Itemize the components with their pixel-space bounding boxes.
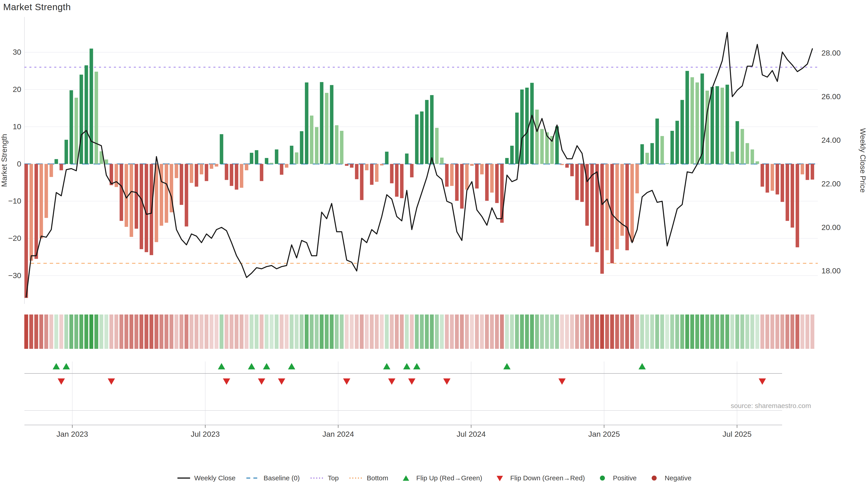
heatmap-cell	[725, 315, 729, 349]
heatmap-cell	[125, 315, 128, 349]
heatmap-cell	[761, 315, 764, 349]
strength-bar	[575, 164, 579, 200]
strength-bar	[565, 164, 569, 168]
legend-item-bottom[interactable]: Bottom	[349, 474, 388, 482]
heatmap-cell	[325, 315, 329, 349]
strength-bar	[785, 164, 789, 221]
heatmap-cell	[160, 315, 163, 349]
y-right-tick-label: 28.00	[822, 48, 841, 57]
heatmap-cell	[199, 315, 204, 349]
strength-bar	[720, 88, 724, 164]
heatmap-cell	[345, 315, 348, 349]
heatmap-cell	[695, 315, 699, 349]
heatmap-cell	[154, 315, 158, 349]
heatmap-cell	[240, 315, 243, 349]
legend-item-flip-up[interactable]: Flip Up (Red→Green)	[399, 474, 483, 482]
strength-bar	[50, 164, 53, 177]
strength-bar	[35, 164, 38, 259]
legend-item-baseline[interactable]: Baseline (0)	[246, 474, 300, 482]
strength-bar	[470, 164, 474, 166]
heatmap-cell	[440, 315, 444, 349]
heatmap-cell	[770, 315, 774, 349]
strength-bar	[180, 164, 183, 205]
heatmap-cell	[210, 315, 213, 349]
legend-item-positive[interactable]: Positive	[595, 474, 637, 482]
legend-label-negative: Negative	[664, 474, 691, 482]
y-left-tick-label: −30	[8, 271, 21, 280]
strength-bar	[115, 164, 118, 187]
legend-item-negative[interactable]: Negative	[647, 474, 691, 482]
heatmap-cell	[235, 315, 239, 349]
heatmap-cell	[190, 315, 193, 349]
heatmap-cell	[580, 315, 584, 349]
heatmap-cell	[715, 315, 719, 349]
strength-bar	[445, 164, 449, 187]
heatmap-cell	[530, 315, 534, 349]
market-strength-chart: 3020100−10−20−3028.0026.0024.0022.0020.0…	[0, 0, 868, 473]
heatmap-cell	[755, 315, 759, 349]
heatmap-cell	[89, 315, 93, 349]
legend-label-flip-up: Flip Up (Red→Green)	[416, 474, 483, 482]
strength-bar	[510, 146, 514, 164]
negative-glyph	[652, 476, 657, 481]
strength-bar	[370, 164, 374, 185]
heatmap-cell	[720, 315, 724, 349]
flip-down-marker	[258, 379, 265, 385]
heatmap-cell	[785, 315, 789, 349]
strength-bar	[440, 158, 444, 164]
strength-bar	[129, 164, 133, 237]
strength-bar	[435, 128, 439, 164]
strength-bar	[39, 164, 43, 238]
heatmap-cell	[140, 315, 143, 349]
heatmap-cell	[405, 315, 409, 349]
weekly-close-swatch-icon	[177, 474, 191, 482]
strength-bar	[410, 164, 414, 177]
strength-bar	[605, 164, 609, 250]
strength-bar	[64, 140, 68, 164]
heatmap-cell	[315, 315, 318, 349]
strength-bar	[525, 88, 529, 164]
heatmap-cell	[775, 315, 779, 349]
strength-bar	[305, 83, 309, 164]
strength-bar	[385, 152, 389, 164]
flip-up-swatch-icon	[399, 474, 413, 482]
strength-bar	[425, 100, 429, 164]
strength-bar	[475, 164, 479, 189]
strength-bar	[230, 164, 234, 186]
legend-item-flip-down[interactable]: Flip Down (Green→Red)	[493, 474, 585, 482]
strength-bar	[195, 164, 198, 187]
legend-item-top[interactable]: Top	[310, 474, 339, 482]
strength-bar	[570, 164, 574, 176]
heatmap-cell	[180, 315, 183, 349]
heatmap-cell	[219, 315, 223, 349]
y-right-tick-label: 26.00	[822, 92, 841, 101]
heatmap-cell	[205, 315, 209, 349]
strength-bar	[335, 125, 339, 164]
heatmap-cell	[570, 315, 574, 349]
heatmap-cell	[710, 315, 714, 349]
flip-up-marker	[288, 363, 295, 369]
heatmap-cell	[415, 315, 418, 349]
legend-item-weekly-close[interactable]: Weekly Close	[177, 474, 236, 482]
strength-bar	[175, 164, 178, 178]
strength-bar	[630, 164, 634, 242]
strength-bar	[210, 164, 213, 169]
strength-bar	[450, 164, 454, 186]
y-right-tick-label: 18.00	[822, 266, 841, 275]
strength-bar	[44, 164, 48, 218]
y-left-tick-label: −10	[8, 197, 21, 205]
y-left-tick-label: 20	[13, 85, 21, 94]
heatmap-cell	[811, 315, 814, 349]
heatmap-cell	[320, 315, 324, 349]
legend-label-weekly-close: Weekly Close	[194, 474, 236, 482]
heatmap-cell	[275, 315, 278, 349]
flip-up-marker	[248, 363, 255, 369]
heatmap-cell	[119, 315, 123, 349]
flip-up-marker	[63, 363, 70, 369]
heatmap-cell	[355, 315, 359, 349]
strength-bar	[580, 164, 584, 202]
heatmap-cell	[665, 315, 669, 349]
heatmap-cell	[790, 315, 794, 349]
strength-bar	[636, 164, 639, 193]
flip-down-marker	[223, 379, 230, 385]
